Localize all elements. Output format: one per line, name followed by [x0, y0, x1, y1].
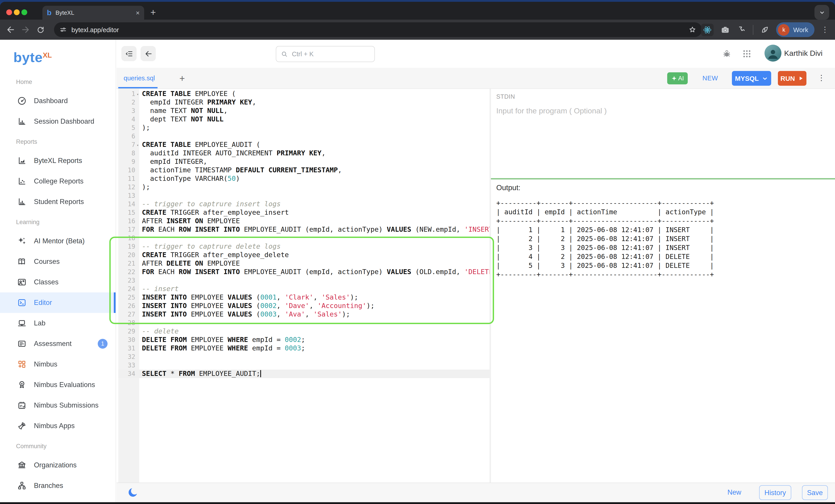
react-devtools-icon[interactable]: [701, 23, 714, 36]
browser-menu-icon[interactable]: ⋮: [821, 25, 829, 34]
line-number: 19: [118, 242, 139, 251]
line-number: 20: [118, 251, 139, 259]
screenshot-extension-icon[interactable]: [720, 25, 730, 35]
code-line-22: 22FOR EACH ROW INSERT INTO EMPLOYEE_AUDI…: [118, 268, 490, 276]
sidebar-item-nimbus-evaluations[interactable]: Nimbus Evaluations: [0, 375, 116, 395]
play-icon: [798, 76, 804, 81]
code-line-5: 5);: [118, 124, 490, 132]
browser-toolbar: bytexl.app/editor k Wor: [0, 20, 835, 40]
stdin-output-divider: [491, 178, 835, 179]
code-line-34: 34SELECT * FROM EMPLOYEE_AUDIT;: [118, 370, 490, 378]
search-placeholder: Ctrl + K: [292, 51, 314, 58]
file-tab-queries-sql[interactable]: queries.sql: [124, 68, 155, 89]
user-avatar[interactable]: [765, 45, 781, 62]
browser-profile-chip[interactable]: k Work: [776, 22, 814, 37]
run-button[interactable]: RUN: [778, 71, 807, 86]
apps-grid-icon[interactable]: [742, 49, 752, 59]
tab-title: ByteXL: [56, 9, 136, 16]
sidebar-item-classes[interactable]: Classes: [0, 272, 116, 293]
new-file-button[interactable]: New: [728, 488, 741, 497]
text-cursor: [260, 370, 261, 377]
code-line-16: 16AFTER INSERT ON EMPLOYEE: [118, 217, 490, 225]
dark-mode-toggle-icon[interactable]: [127, 487, 139, 499]
browser-tab[interactable]: b ByteXL ×: [42, 6, 144, 20]
sidebar-item-branches[interactable]: Branches: [0, 476, 116, 496]
sidebar-item-editor[interactable]: Editor: [0, 293, 116, 313]
bug-report-icon[interactable]: [722, 49, 731, 59]
sidebar-item-ai-mentor-beta[interactable]: AI Mentor (Beta): [0, 231, 116, 251]
tab-overflow-chevron-icon[interactable]: [814, 5, 829, 20]
sidebar-item-nimbus-apps[interactable]: Nimbus Apps: [0, 416, 116, 436]
window-zoom-button[interactable]: [21, 9, 27, 15]
laptop-icon: [17, 318, 27, 328]
reload-icon[interactable]: [36, 25, 45, 34]
sidebar-item-nimbus-submissions[interactable]: Nimbus Submissions: [0, 395, 116, 416]
notification-badge: 1: [98, 339, 107, 349]
new-query-button[interactable]: NEW: [702, 75, 718, 82]
line-number: 7▾: [118, 141, 139, 149]
toggle-panel-button[interactable]: [121, 46, 137, 61]
sidebar-item-bytexl-reports[interactable]: ByteXL Reports: [0, 150, 116, 171]
stdin-textarea[interactable]: Input for the program ( Optional ): [496, 107, 827, 174]
section-label-reports: Reports: [0, 132, 116, 150]
bookmark-star-icon[interactable]: [688, 25, 697, 34]
terminal-icon: [17, 298, 27, 307]
calendar-check-icon: [17, 400, 27, 410]
section-label-learning: Learning: [0, 212, 116, 231]
code-line-13: 13: [118, 191, 490, 200]
add-file-tab-icon[interactable]: +: [179, 73, 185, 84]
window-minimize-button[interactable]: [14, 9, 20, 15]
window-close-button[interactable]: [6, 9, 12, 15]
site-settings-icon: [59, 26, 67, 34]
line-number: 10: [118, 166, 139, 175]
sidebar-item-label: Nimbus: [34, 360, 57, 368]
ai-button[interactable]: AI: [667, 72, 688, 84]
sidebar-item-courses[interactable]: Courses: [0, 251, 116, 272]
more-options-icon[interactable]: ⋮: [818, 73, 825, 83]
tab-close-icon[interactable]: ×: [136, 9, 140, 17]
sidebar-item-lab[interactable]: Lab: [0, 313, 116, 334]
energy-saver-icon[interactable]: [760, 25, 770, 34]
code-line-27: 27INSERT INTO EMPLOYEE VALUES (0003, 'Av…: [118, 310, 490, 319]
rocket-icon: [17, 421, 27, 431]
bytexl-logo[interactable]: byteXL: [0, 40, 116, 72]
sidebar-item-college-reports[interactable]: College Reports: [0, 171, 116, 191]
history-button[interactable]: History: [759, 485, 791, 500]
search-input[interactable]: Ctrl + K: [276, 46, 375, 62]
search-icon: [281, 51, 288, 58]
line-number: 23: [118, 276, 139, 285]
fold-arrow-icon[interactable]: ▾: [137, 90, 139, 99]
speedometer-icon: [17, 96, 27, 106]
sidebar-item-label: Nimbus Submissions: [34, 401, 98, 409]
sidebar-item-session-dashboard[interactable]: Session Dashboard: [0, 111, 116, 132]
sidebar-item-organizations[interactable]: Organizations: [0, 455, 116, 476]
outline-list-icon: [125, 49, 133, 58]
code-line-8: 8 auditId INTEGER AUTO_INCREMENT PRIMARY…: [118, 149, 490, 158]
extensions-puzzle-icon[interactable]: [737, 25, 747, 34]
line-number: 24: [118, 285, 139, 293]
sidebar-item-dashboard[interactable]: Dashboard: [0, 90, 116, 111]
back-button[interactable]: [141, 46, 156, 61]
fold-arrow-icon[interactable]: ▾: [137, 141, 139, 149]
new-tab-icon[interactable]: +: [150, 7, 156, 18]
line-number: 14: [118, 200, 139, 208]
line-number: 9: [118, 158, 139, 166]
sidebar-item-nimbus[interactable]: Nimbus: [0, 354, 116, 375]
url-bar[interactable]: bytexl.app/editor: [54, 22, 702, 37]
back-icon[interactable]: [6, 25, 15, 34]
user-name[interactable]: Karthik Divi: [784, 49, 822, 58]
code-line-15: 15CREATE TRIGGER after_employee_insert: [118, 208, 490, 217]
database-select[interactable]: MYSQL: [732, 71, 771, 86]
sidebar-item-assessment[interactable]: Assessment1: [0, 334, 116, 354]
sidebar-item-student-reports[interactable]: Student Reports: [0, 191, 116, 212]
line-number: 6: [118, 132, 139, 141]
org-tree-icon: [17, 481, 27, 490]
code-editor[interactable]: 1▾CREATE TABLE EMPLOYEE (2 empId INTEGER…: [117, 89, 490, 483]
forward-icon[interactable]: [21, 25, 30, 34]
code-line-2: 2 empId INTEGER PRIMARY KEY,: [118, 98, 490, 107]
line-number: 30: [118, 336, 139, 344]
sidebar-item-label: Assessment: [34, 340, 72, 348]
code-line-4: 4 dept TEXT NOT NULL: [118, 115, 490, 124]
save-button[interactable]: Save: [802, 485, 828, 500]
code-line-3: 3 name TEXT NOT NULL,: [118, 107, 490, 115]
